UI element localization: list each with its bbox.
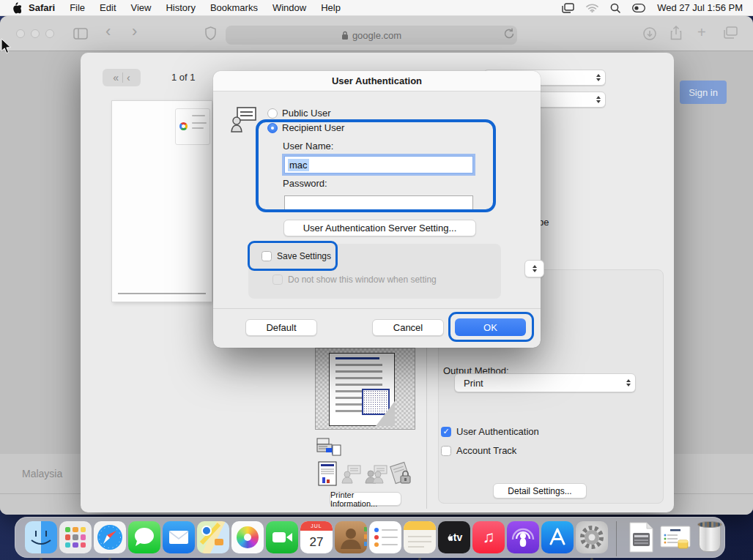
cancel-button[interactable]: Cancel [372, 319, 444, 336]
dock-item-launchpad[interactable] [59, 521, 92, 558]
preview-url-line [118, 293, 206, 294]
dock-item-maps[interactable] [197, 521, 229, 558]
menu-window[interactable]: Window [265, 2, 314, 13]
dock-item-messages[interactable] [128, 521, 160, 558]
wifi-icon[interactable] [586, 4, 598, 12]
menu-history[interactable]: History [158, 2, 202, 13]
google-logo [179, 122, 188, 130]
save-settings-checkbox[interactable] [261, 251, 272, 261]
dock-item-notes[interactable] [404, 521, 436, 558]
dock-item-trash[interactable] [694, 521, 726, 558]
server-setting-button[interactable]: User Authentication Server Setting... [283, 220, 476, 236]
control-center-icon[interactable] [632, 4, 645, 12]
output-method-select[interactable]: Print [454, 373, 636, 392]
sidebar-icon[interactable] [73, 28, 88, 40]
dock-item-calendar[interactable]: JUL 27 [300, 521, 333, 558]
reload-icon[interactable] [504, 28, 515, 40]
dock-item-safari[interactable] [94, 521, 126, 558]
dock-item-finder[interactable] [25, 521, 57, 558]
do-not-show-label: Do not show this window when setting [288, 275, 437, 285]
url-text: google.com [352, 30, 401, 41]
dock-item-photos[interactable] [231, 521, 264, 558]
account-track-row[interactable]: Account Track [441, 445, 516, 456]
user-authentication-checkbox[interactable]: ✓ [441, 427, 451, 437]
dock-item-contacts[interactable] [335, 521, 367, 558]
hidden-option-select[interactable] [524, 260, 544, 277]
close-window-button[interactable] [16, 29, 25, 38]
mouse-cursor [1, 38, 12, 54]
first-page-icon[interactable]: « [113, 72, 119, 83]
default-button[interactable]: Default [245, 319, 317, 336]
preview-pagination[interactable]: « ‹ [103, 69, 141, 86]
sign-in-button[interactable]: Sign in [680, 81, 727, 104]
account-track-checkbox[interactable] [441, 446, 451, 456]
menu-edit[interactable]: Edit [92, 2, 123, 13]
dock-item-reminders[interactable] [369, 521, 401, 558]
spotlight-search-icon[interactable] [610, 3, 620, 13]
ok-button[interactable]: OK [455, 318, 526, 336]
printer-information-button[interactable]: Printer Information... [330, 492, 401, 506]
dock-item-tv[interactable]: tv [438, 521, 470, 558]
preview-google-card [175, 108, 210, 145]
stage-manager-icon[interactable] [562, 3, 574, 13]
detail-settings-button[interactable]: Detail Settings... [493, 483, 587, 499]
pagination-divider [122, 72, 123, 83]
recipient-user-row[interactable]: Recipient User [267, 122, 344, 133]
dock-item-system-preferences[interactable] [576, 521, 608, 558]
forward-icon[interactable]: › [132, 22, 137, 41]
dock-item-mail[interactable] [163, 521, 195, 558]
contact-silhouette-icon [335, 521, 367, 553]
menu-help[interactable]: Help [314, 2, 348, 13]
user-auth-disabled-icon [341, 464, 362, 485]
menu-view[interactable]: View [124, 2, 159, 13]
dock-item-music[interactable]: ♫ [472, 521, 505, 558]
address-bar[interactable]: google.com [226, 26, 517, 45]
select-chevrons-icon [533, 265, 537, 272]
dock-item-app-store[interactable] [541, 521, 574, 558]
recipient-user-label: Recipient User [282, 122, 344, 133]
public-user-row[interactable]: Public User [267, 108, 330, 119]
save-settings-row[interactable]: Save Settings [261, 251, 331, 261]
user-name-field[interactable]: mac [284, 156, 473, 173]
minimize-window-button[interactable] [31, 29, 40, 38]
zoom-window-button[interactable] [45, 29, 54, 38]
public-user-radio[interactable] [267, 108, 278, 119]
page-layout-preview [315, 348, 415, 430]
report-document-icon [318, 461, 337, 486]
share-icon[interactable] [670, 26, 682, 40]
dock-item-podcasts[interactable] [507, 521, 539, 558]
notes-header [404, 521, 436, 530]
select-chevrons-icon [626, 379, 631, 387]
dock-item-document-file[interactable] [659, 521, 691, 558]
user-authentication-row[interactable]: ✓ User Authentication [441, 426, 539, 437]
password-field[interactable] [284, 195, 473, 212]
maps-icon [197, 521, 229, 553]
previous-page-icon[interactable]: ‹ [127, 72, 130, 83]
dock-item-facetime[interactable] [266, 521, 298, 558]
trash-icon [699, 524, 721, 552]
print-preview-page [111, 100, 212, 302]
new-tab-icon[interactable]: + [697, 24, 706, 41]
launchpad-grid-icon [65, 527, 86, 548]
reminders-row [374, 542, 398, 547]
user-name-label: User Name: [283, 141, 333, 152]
privacy-shield-icon[interactable] [205, 26, 216, 40]
app-store-a-icon [541, 521, 574, 553]
apple-menu-icon[interactable] [10, 1, 21, 15]
downloads-icon[interactable] [643, 27, 656, 40]
apple-logo-icon [446, 534, 453, 542]
menu-bar-clock[interactable]: Wed 27 Jul 1:56 PM [657, 2, 743, 13]
active-app-menu[interactable]: Safari [21, 2, 62, 13]
tab-overview-icon[interactable] [724, 26, 738, 39]
dock-item-disk-image-file[interactable] [625, 521, 657, 558]
password-label: Password: [283, 178, 327, 189]
printer-output-icon [316, 438, 341, 457]
finder-face-icon [25, 521, 57, 553]
menu-bookmarks[interactable]: Bookmarks [203, 2, 265, 13]
calendar-day: 27 [300, 531, 333, 553]
gear-icon [576, 521, 608, 553]
recipient-user-radio[interactable] [267, 123, 278, 133]
menu-file[interactable]: File [62, 2, 92, 13]
public-user-label: Public User [282, 108, 330, 119]
back-icon[interactable]: ‹ [105, 22, 111, 41]
